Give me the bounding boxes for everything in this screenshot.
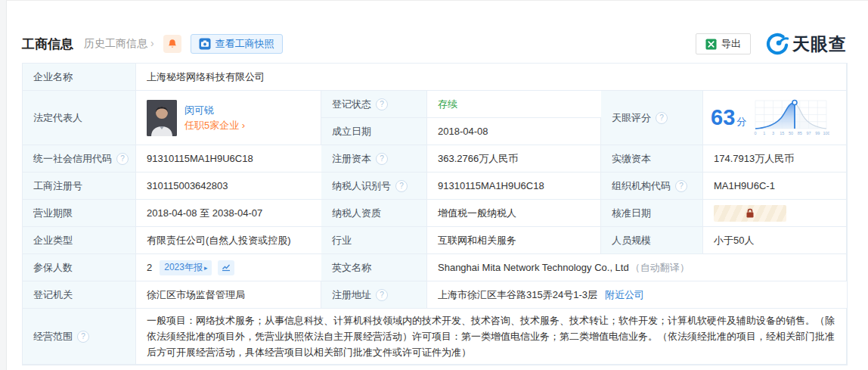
reg-address-label-cell: 注册地址 bbox=[321, 281, 427, 309]
monitor-bell-button[interactable] bbox=[163, 35, 181, 53]
score-value: 63 bbox=[711, 107, 735, 129]
insured-count-label: 参保人数 bbox=[23, 254, 136, 281]
help-icon[interactable] bbox=[395, 180, 408, 192]
legal-rep-positions-link[interactable]: 任职5家企业 bbox=[184, 118, 245, 133]
help-icon[interactable] bbox=[656, 112, 668, 124]
svg-text:50: 50 bbox=[789, 131, 793, 135]
reg-address-label: 注册地址 bbox=[332, 288, 371, 302]
score-label-cell: 天眼评分 bbox=[601, 91, 703, 145]
org-code-label-cell: 组织机构代码 bbox=[601, 173, 703, 200]
person-photo-icon bbox=[147, 100, 177, 136]
approval-date-label: 核准日期 bbox=[601, 200, 703, 227]
establish-date-label: 成立日期 bbox=[321, 118, 427, 145]
legal-rep-name-link[interactable]: 闵可锐 bbox=[184, 103, 245, 118]
approval-date-cell bbox=[703, 200, 847, 227]
english-name-value: Shanghai Mita Network Technology Co., Lt… bbox=[438, 262, 629, 273]
bell-icon bbox=[167, 39, 178, 49]
snapshot-button-label: 查看工商快照 bbox=[215, 37, 274, 51]
taxpayer-id-label: 纳税人识别号 bbox=[332, 179, 391, 193]
score-marker-pin-icon bbox=[792, 100, 797, 104]
locked-value-plate[interactable] bbox=[714, 205, 786, 222]
lock-icon bbox=[746, 208, 755, 218]
industry-value: 互联网和相关服务 bbox=[427, 227, 601, 254]
section-header: 工商信息 历史工商信息 查看工商快照 导出 bbox=[22, 33, 847, 55]
credit-code-label: 统一社会信用代码 bbox=[33, 152, 112, 166]
score-unit: 分 bbox=[736, 115, 746, 129]
credit-code-label-cell: 统一社会信用代码 bbox=[23, 145, 136, 173]
business-scope-label-cell: 经营范围 bbox=[23, 309, 136, 365]
business-term-value: 2018-04-08 至 2038-04-07 bbox=[136, 200, 321, 227]
reg-address-value: 上海市徐汇区丰谷路315弄24号1-3层 bbox=[438, 288, 597, 302]
company-name-label: 企业名称 bbox=[23, 64, 136, 91]
help-icon[interactable] bbox=[376, 153, 388, 165]
org-code-value: MA1H9U6C-1 bbox=[703, 173, 847, 200]
svg-text:85: 85 bbox=[798, 131, 802, 135]
excel-icon bbox=[705, 39, 717, 50]
company-name-value: 上海秘塔网络科技有限公司 bbox=[136, 64, 847, 91]
business-info-panel: 工商信息 历史工商信息 查看工商快照 导出 bbox=[6, 0, 868, 370]
insured-trend-button[interactable] bbox=[218, 260, 234, 275]
reg-number-value: 310115003642803 bbox=[136, 173, 321, 200]
help-icon[interactable] bbox=[675, 180, 687, 192]
business-scope-value: 一般项目：网络技术服务；从事信息科技、计算机科技领域内的技术开发、技术咨询、技术… bbox=[136, 309, 847, 365]
nearby-companies-link[interactable]: 附近公司 bbox=[605, 288, 644, 302]
svg-text:97: 97 bbox=[807, 131, 811, 135]
view-snapshot-button[interactable]: 查看工商快照 bbox=[191, 34, 283, 54]
staff-size-value: 小于50人 bbox=[703, 227, 847, 254]
legal-rep-avatar[interactable] bbox=[147, 100, 177, 136]
svg-text:15: 15 bbox=[780, 131, 784, 135]
reg-status-label-cell: 登记状态 bbox=[321, 91, 427, 118]
reg-capital-label-cell: 注册资本 bbox=[321, 145, 427, 173]
svg-text:3: 3 bbox=[772, 131, 774, 135]
svg-text:1: 1 bbox=[763, 131, 765, 135]
export-button-label: 导出 bbox=[721, 37, 741, 51]
auto-translate-note: （自动翻译） bbox=[631, 261, 690, 275]
tianyancha-logo-icon bbox=[766, 33, 789, 55]
score-distribution-chart[interactable]: 0 1 3 15 50 85 97 99 100 bbox=[752, 98, 829, 138]
company-type-value: 有限责任公司(自然人投资或控股) bbox=[136, 227, 321, 254]
export-button[interactable]: 导出 bbox=[696, 33, 751, 54]
establish-date-value: 2018-04-08 bbox=[427, 118, 601, 145]
paid-capital-label: 实缴资本 bbox=[601, 145, 703, 173]
org-code-label: 组织机构代码 bbox=[612, 179, 671, 193]
staff-size-label: 人员规模 bbox=[601, 227, 703, 254]
insured-count-value: 2 bbox=[147, 262, 152, 273]
business-info-table: 企业名称 上海秘塔网络科技有限公司 法定代表人 闵可锐 任职5家企业 登记状态 bbox=[22, 63, 848, 365]
business-term-label: 营业期限 bbox=[23, 200, 136, 227]
taxpayer-id-label-cell: 纳税人识别号 bbox=[321, 173, 427, 200]
annual-report-tag[interactable]: 2023年报 bbox=[160, 260, 212, 275]
reg-capital-label: 注册资本 bbox=[332, 152, 371, 166]
tianyancha-logo-text: 天眼查 bbox=[792, 33, 847, 56]
reg-address-cell: 上海市徐汇区丰谷路315弄24号1-3层 附近公司 bbox=[427, 281, 847, 309]
score-label: 天眼评分 bbox=[612, 111, 651, 125]
reg-capital-value: 363.2766万人民币 bbox=[427, 145, 601, 173]
insured-count-cell: 2 2023年报 bbox=[136, 254, 321, 281]
legal-rep-cell: 闵可锐 任职5家企业 bbox=[136, 91, 321, 145]
business-scope-label: 经营范围 bbox=[33, 330, 73, 344]
camera-icon bbox=[199, 38, 211, 50]
paid-capital-value: 174.7913万人民币 bbox=[703, 145, 847, 173]
section-title: 工商信息 bbox=[22, 36, 73, 53]
taxpayer-quality-value: 增值税一般纳税人 bbox=[427, 200, 601, 227]
taxpayer-quality-label: 纳税人资质 bbox=[321, 200, 427, 227]
reg-status-value: 存续 bbox=[427, 91, 601, 118]
company-type-label: 企业类型 bbox=[23, 227, 136, 254]
trend-chart-icon bbox=[222, 263, 231, 272]
help-icon[interactable] bbox=[376, 98, 388, 110]
taxpayer-id-value: 91310115MA1H9U6C18 bbox=[427, 173, 601, 200]
svg-text:100: 100 bbox=[823, 131, 830, 135]
svg-text:0: 0 bbox=[755, 131, 757, 135]
legal-rep-links: 闵可锐 任职5家企业 bbox=[184, 103, 245, 133]
reg-number-label: 工商注册号 bbox=[23, 173, 136, 200]
history-info-link[interactable]: 历史工商信息 bbox=[84, 37, 154, 51]
help-icon[interactable] bbox=[77, 331, 89, 343]
tianyancha-logo[interactable]: 天眼查 bbox=[766, 33, 847, 56]
credit-code-value: 91310115MA1H9U6C18 bbox=[136, 145, 321, 173]
reg-authority-label: 登记机关 bbox=[23, 281, 136, 309]
english-name-label: 英文名称 bbox=[321, 254, 427, 281]
help-icon[interactable] bbox=[376, 289, 388, 301]
industry-label: 行业 bbox=[321, 227, 427, 254]
help-icon[interactable] bbox=[116, 153, 129, 165]
score-cell: 63 分 bbox=[703, 91, 847, 145]
english-name-cell: Shanghai Mita Network Technology Co., Lt… bbox=[427, 254, 847, 281]
